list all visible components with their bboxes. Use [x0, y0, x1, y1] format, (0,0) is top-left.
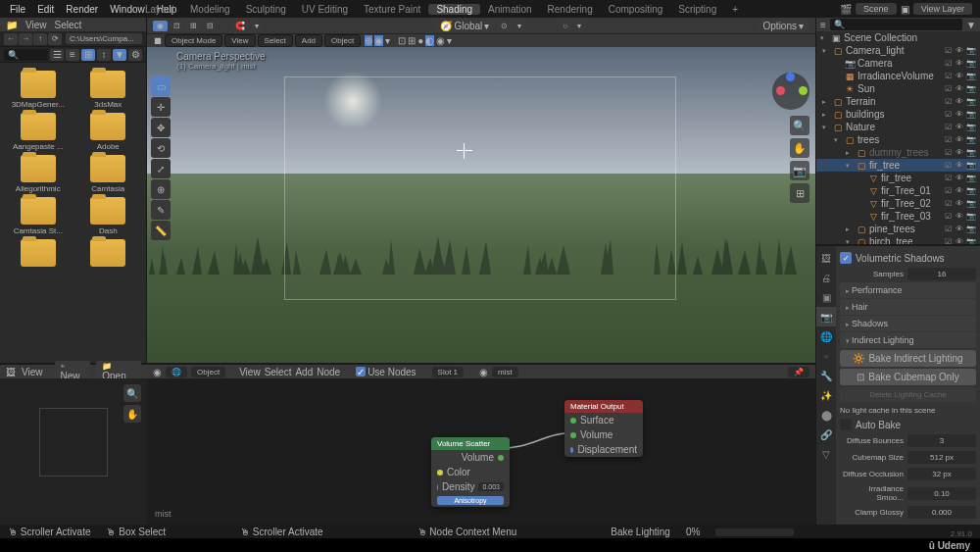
- modifier-tab-icon[interactable]: 🔧: [816, 366, 836, 385]
- tool-icon[interactable]: ⊡: [170, 21, 184, 31]
- hide-icon[interactable]: 👁: [956, 72, 965, 80]
- vp-menu-object[interactable]: Object: [324, 34, 361, 47]
- folder-item[interactable]: Dash: [76, 197, 141, 235]
- workspace-tab-rendering[interactable]: Rendering: [540, 4, 601, 15]
- disable-icon[interactable]: 📷: [966, 148, 976, 157]
- disable-icon[interactable]: 📷: [966, 225, 976, 233]
- hide-icon[interactable]: 👁: [956, 161, 965, 170]
- ne-menu-add[interactable]: Add: [295, 367, 313, 377]
- ne-menu-node[interactable]: Node: [317, 367, 340, 377]
- fb-display-detail-icon[interactable]: ≡: [66, 49, 79, 61]
- exclude-icon[interactable]: ☑: [945, 212, 955, 221]
- section-shadows[interactable]: Shadows: [840, 316, 976, 331]
- disable-icon[interactable]: 📷: [966, 59, 976, 68]
- prop-value-field[interactable]: 512 px: [907, 451, 976, 464]
- autobake-checkbox[interactable]: [840, 419, 852, 430]
- zoom-icon[interactable]: 🔍: [790, 116, 809, 135]
- prop-value-field[interactable]: 0.10: [907, 487, 976, 500]
- overlay-icon[interactable]: ◉: [374, 35, 383, 46]
- 3d-viewport[interactable]: Camera Perspective (1) Camera_light | mi…: [147, 47, 815, 363]
- nav-back-icon[interactable]: ←: [4, 33, 18, 45]
- tool-icon[interactable]: ⊞: [186, 21, 201, 31]
- fb-display-list-icon[interactable]: ☰: [50, 49, 64, 61]
- section-indirect[interactable]: Indirect Lighting: [840, 332, 976, 348]
- workspace-tab-modeling[interactable]: Modeling: [182, 4, 238, 15]
- editor-type-icon[interactable]: ⏹: [153, 35, 163, 46]
- hide-icon[interactable]: 👁: [956, 148, 965, 157]
- use-nodes-checkbox[interactable]: ✓Use Nodes: [356, 367, 416, 377]
- disable-icon[interactable]: 📷: [966, 110, 976, 119]
- pin-icon[interactable]: 📌: [788, 367, 809, 377]
- orientation-dropdown[interactable]: 🧭Global▾: [434, 20, 495, 32]
- overlay-dd[interactable]: ▾: [385, 35, 390, 46]
- physics-tab-icon[interactable]: ⬤: [816, 405, 836, 425]
- xray-icon[interactable]: ⊡: [398, 35, 406, 46]
- tree-item[interactable]: ▦IrradianceVolume☑👁📷: [816, 70, 980, 82]
- workspace-tab-sculpting[interactable]: Sculpting: [238, 4, 294, 15]
- prop-value-field[interactable]: 3: [907, 434, 976, 447]
- hide-icon[interactable]: 👁: [956, 84, 965, 93]
- tree-item[interactable]: ▽fir_tree☑👁📷: [816, 172, 980, 184]
- move-tool-icon[interactable]: ✥: [151, 118, 171, 137]
- tree-item[interactable]: ▸▢pine_trees☑👁📷: [816, 223, 980, 235]
- scene-field[interactable]: Scene: [856, 3, 897, 15]
- folder-item[interactable]: [76, 239, 141, 269]
- menu-render[interactable]: Render: [60, 4, 104, 15]
- viewlayer-field[interactable]: View Layer: [913, 3, 972, 15]
- vol-shadows-checkbox[interactable]: ✓: [840, 252, 852, 264]
- options-dropdown[interactable]: Options▾: [758, 20, 809, 32]
- folder-item[interactable]: Camtasia: [76, 155, 141, 193]
- disable-icon[interactable]: 📷: [966, 237, 976, 244]
- pan-icon[interactable]: ✋: [790, 138, 809, 158]
- hide-icon[interactable]: 👁: [956, 237, 965, 244]
- fb-display-thumb-icon[interactable]: ⊞: [81, 49, 95, 61]
- tree-item[interactable]: ▸▢buildings☑👁📷: [816, 108, 980, 121]
- tree-item[interactable]: ▸▢dummy_trees☑👁📷: [816, 146, 980, 159]
- img-menu-view[interactable]: View: [22, 367, 43, 377]
- hide-icon[interactable]: 👁: [956, 110, 965, 119]
- disable-icon[interactable]: 📷: [966, 174, 976, 182]
- outliner-search-input[interactable]: [830, 19, 962, 30]
- exclude-icon[interactable]: ☑: [945, 148, 955, 157]
- img-editor-icon[interactable]: 🖼: [6, 367, 16, 377]
- world-tab-icon[interactable]: 🌐: [816, 326, 836, 346]
- fb-filter-icon[interactable]: ▼: [113, 49, 126, 61]
- shading-dd[interactable]: ▾: [447, 35, 452, 46]
- prop-value-field[interactable]: 32 px: [907, 468, 976, 480]
- cursor-tool-icon[interactable]: ◉: [153, 21, 168, 31]
- annotate-tool-icon[interactable]: ✎: [151, 200, 171, 220]
- bake-indirect-button[interactable]: 🔆Bake Indirect Lighting: [840, 350, 976, 367]
- render-tab-icon[interactable]: 🖼: [816, 248, 836, 268]
- hide-icon[interactable]: 👁: [956, 97, 965, 106]
- cursor-tool-icon[interactable]: ✛: [151, 97, 171, 117]
- transform-tool-icon[interactable]: ⊕: [151, 179, 171, 199]
- disable-icon[interactable]: 📷: [966, 123, 976, 131]
- bake-cubemap-button[interactable]: ⊡Bake Cubemap Only: [840, 369, 976, 385]
- snap-icon[interactable]: ▾: [514, 21, 525, 31]
- samples-field[interactable]: 16: [907, 268, 976, 280]
- disable-icon[interactable]: 📷: [966, 161, 976, 170]
- material-output-node[interactable]: Material Output Surface Volume Displacem…: [564, 400, 643, 457]
- folder-item[interactable]: Allegorithmic: [6, 155, 71, 193]
- tree-item[interactable]: ▾▢birch_tree☑👁📷: [816, 235, 980, 244]
- tree-item[interactable]: ☀Sun☑👁📷: [816, 82, 980, 95]
- snap-icon[interactable]: 🧲: [231, 21, 249, 31]
- tree-item[interactable]: ▾▢trees☑👁📷: [816, 133, 980, 146]
- shading-wire-icon[interactable]: ⊞: [408, 35, 416, 46]
- exclude-icon[interactable]: ☑: [945, 174, 955, 182]
- img-canvas[interactable]: 🔍 ✋: [0, 378, 147, 525]
- prop-value-field[interactable]: 0.000: [907, 506, 976, 519]
- material-field[interactable]: mist: [492, 367, 518, 377]
- fb-settings-icon[interactable]: ⚙: [128, 49, 142, 61]
- ne-menu-select[interactable]: Select: [265, 367, 292, 377]
- nav-up-icon[interactable]: ↑: [33, 33, 47, 45]
- ne-type[interactable]: 🌐: [166, 367, 187, 377]
- scale-tool-icon[interactable]: ⤢: [151, 159, 171, 178]
- persp-ortho-icon[interactable]: ⊞: [790, 183, 809, 203]
- path-field[interactable]: C:\Users\Compa...: [66, 33, 142, 44]
- outliner-tree[interactable]: ▾▣ Scene Collection ▾▢Camera_light☑👁📷📷Ca…: [816, 31, 980, 244]
- img-pan-icon[interactable]: ✋: [123, 405, 141, 423]
- gizmo-icon[interactable]: ⊕: [365, 35, 372, 46]
- exclude-icon[interactable]: ☑: [945, 59, 955, 68]
- folder-item[interactable]: Aangepaste ...: [6, 113, 71, 151]
